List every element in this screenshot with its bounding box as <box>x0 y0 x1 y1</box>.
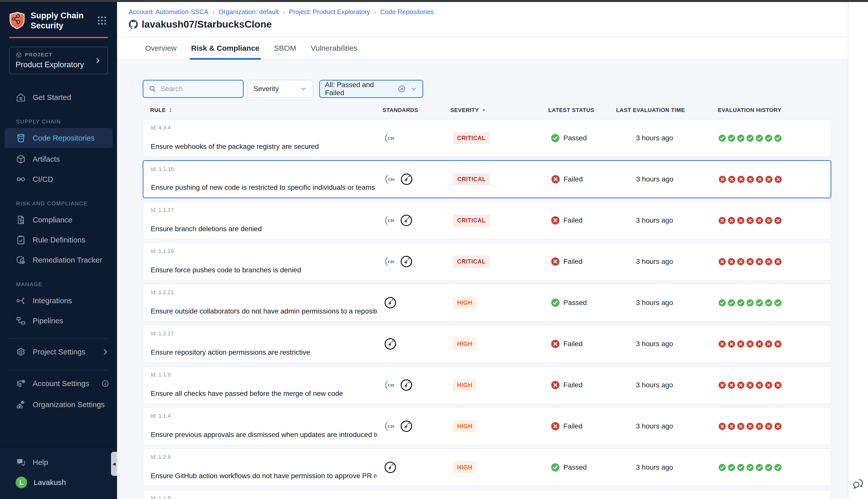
history-result-icon[interactable] <box>737 464 745 471</box>
column-header[interactable]: LATEST STATUS <box>548 107 616 113</box>
history-result-icon[interactable] <box>727 381 735 389</box>
history-result-icon[interactable] <box>756 299 763 307</box>
table-row[interactable]: Id: 4.3.4Ensure webhooks of the package … <box>143 119 831 157</box>
history-result-icon[interactable] <box>746 175 754 183</box>
history-result-icon[interactable] <box>765 175 773 183</box>
history-result-icon[interactable] <box>746 381 754 389</box>
history-result-icon[interactable] <box>774 381 782 389</box>
history-result-icon[interactable] <box>774 258 782 266</box>
sidebar-item-compliance[interactable]: Compliance <box>0 210 117 230</box>
history-result-icon[interactable] <box>718 340 726 348</box>
history-result-icon[interactable] <box>765 299 773 307</box>
history-result-icon[interactable] <box>718 217 726 224</box>
breadcrumb-link[interactable]: Code Repositories <box>380 8 434 16</box>
tab-risk-compliance[interactable]: Risk & Compliance <box>191 37 260 59</box>
tab-vulnerabilities[interactable]: Vulnerabilities <box>311 37 358 59</box>
status-filter-select[interactable]: All: Passed and Failed <box>319 80 423 98</box>
history-result-icon[interactable] <box>746 464 754 471</box>
breadcrumb-link[interactable]: Organization: default <box>218 8 279 16</box>
sidebar-item-integrations[interactable]: Integrations <box>0 291 117 311</box>
history-result-icon[interactable] <box>774 299 782 307</box>
table-row[interactable]: Id: 1.1.4Ensure previous approvals are d… <box>143 407 831 445</box>
history-result-icon[interactable] <box>737 299 745 307</box>
history-result-icon[interactable] <box>774 217 782 224</box>
history-result-icon[interactable] <box>727 464 735 471</box>
table-row[interactable]: Id: 1.1.15Ensure pushing of new code is … <box>143 160 831 198</box>
sidebar-item-help[interactable]: ?Help <box>0 452 117 472</box>
history-result-icon[interactable] <box>765 217 773 224</box>
history-result-icon[interactable] <box>756 217 763 224</box>
history-result-icon[interactable] <box>765 258 773 266</box>
history-result-icon[interactable] <box>737 423 745 430</box>
history-result-icon[interactable] <box>718 381 726 389</box>
column-header[interactable]: RULE <box>143 107 383 113</box>
history-result-icon[interactable] <box>727 217 735 224</box>
history-result-icon[interactable] <box>765 340 773 348</box>
history-result-icon[interactable] <box>765 423 773 430</box>
clear-filter-icon[interactable] <box>397 84 406 93</box>
history-result-icon[interactable] <box>774 340 782 348</box>
history-result-icon[interactable] <box>727 340 735 348</box>
project-selector[interactable]: PROJECT Product Exploratory <box>9 47 108 74</box>
sidebar-item-account-settings[interactable]: Account Settings <box>0 373 117 394</box>
history-result-icon[interactable] <box>727 299 735 307</box>
history-result-icon[interactable] <box>746 423 754 430</box>
sidebar-collapse-handle[interactable]: ◀ <box>111 452 117 476</box>
history-result-icon[interactable] <box>756 175 763 183</box>
user-menu[interactable]: LLavakush <box>0 472 117 492</box>
history-result-icon[interactable] <box>765 134 773 142</box>
history-result-icon[interactable] <box>756 381 763 389</box>
history-result-icon[interactable] <box>746 340 754 348</box>
sidebar-item-artifacts[interactable]: Artifacts <box>0 149 117 169</box>
module-switcher-grid-icon[interactable] <box>96 15 108 26</box>
table-row[interactable]: Id: 1.2.17Ensure repository action permi… <box>143 325 831 363</box>
history-result-icon[interactable] <box>719 175 726 183</box>
column-header[interactable]: STANDARDS <box>383 107 450 113</box>
severity-filter-select[interactable]: Severity <box>248 80 313 98</box>
history-result-icon[interactable] <box>737 381 745 389</box>
sidebar-item-get-started[interactable]: Get Started <box>0 87 117 107</box>
history-result-icon[interactable] <box>756 134 763 142</box>
sidebar-item-pipelines[interactable]: Pipelines <box>0 311 117 331</box>
history-result-icon[interactable] <box>718 299 726 307</box>
history-result-icon[interactable] <box>737 175 745 183</box>
history-result-icon[interactable] <box>746 299 754 307</box>
history-result-icon[interactable] <box>718 423 726 430</box>
column-header[interactable]: LAST EVALUATION TIME <box>616 107 718 113</box>
sidebar-item-ci-cd[interactable]: CI/CD <box>0 169 117 189</box>
history-result-icon[interactable] <box>737 258 745 266</box>
history-result-icon[interactable] <box>737 134 745 142</box>
sidebar-item-project-settings[interactable]: Project Settings <box>0 341 117 363</box>
history-result-icon[interactable] <box>774 134 782 142</box>
table-row[interactable]: Id: 1.2.21Ensure outside collaborators d… <box>143 284 831 322</box>
table-row[interactable]: Id: 1.2.9Ensure GitHub action workflows … <box>143 448 831 486</box>
history-result-icon[interactable] <box>774 175 782 183</box>
history-result-icon[interactable] <box>756 423 763 430</box>
history-result-icon[interactable] <box>718 258 726 266</box>
history-result-icon[interactable] <box>746 134 754 142</box>
history-result-icon[interactable] <box>727 134 735 142</box>
table-row[interactable]: Id: 1.1.5CISHIGHFailed3 hours ago <box>143 489 831 499</box>
sidebar-item-rule-definitions[interactable]: Rule Definitions <box>0 230 117 250</box>
tab-overview[interactable]: Overview <box>145 37 177 59</box>
caret-down-icon[interactable] <box>481 107 486 113</box>
info-icon[interactable] <box>101 379 109 388</box>
tab-sbom[interactable]: SBOM <box>274 37 296 59</box>
sidebar-item-code-repositories[interactable]: Code Repositories <box>4 128 112 148</box>
history-result-icon[interactable] <box>737 340 745 348</box>
history-result-icon[interactable] <box>728 175 736 183</box>
history-result-icon[interactable] <box>727 258 735 266</box>
history-result-icon[interactable] <box>765 381 773 389</box>
history-result-icon[interactable] <box>746 258 754 266</box>
support-chat-icon[interactable] <box>852 477 865 490</box>
sidebar-item-remediation-tracker[interactable]: Remediation Tracker <box>0 250 117 270</box>
breadcrumb-link[interactable]: Account: Automation-SSCA <box>129 8 208 16</box>
breadcrumb-link[interactable]: Project: Product Exploratory <box>289 8 370 16</box>
history-result-icon[interactable] <box>718 464 726 471</box>
table-row[interactable]: Id: 1.1.17Ensure branch deletions are de… <box>143 201 831 240</box>
history-result-icon[interactable] <box>737 217 745 224</box>
table-row[interactable]: Id: 1.1.16Ensure force pushes code to br… <box>143 242 831 281</box>
history-result-icon[interactable] <box>756 340 763 348</box>
column-header[interactable]: EVALUATION HISTORY <box>718 107 831 113</box>
sidebar-item-organization-settings[interactable]: Organization Settings <box>0 394 117 415</box>
